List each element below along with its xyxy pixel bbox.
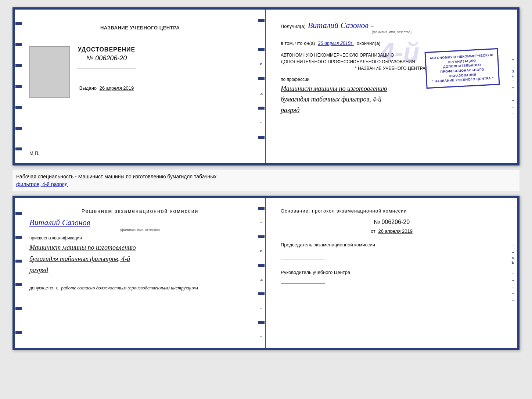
bottom-certificate: Решением экзаменационной комиссии Витали… bbox=[12, 196, 520, 350]
osnovanie-title: Основание: протокол экзаменационной коми… bbox=[281, 208, 503, 214]
vydano-label: Выдано bbox=[79, 85, 97, 91]
recipient-name-bottom: Виталий Сазонов bbox=[29, 218, 251, 227]
resheniem-title: Решением экзаменационной комиссии bbox=[29, 208, 251, 214]
vtom-date: 26 апреля 2019г. bbox=[318, 40, 353, 46]
stamp-box: АВТОНОМНУЮ НЕКОММЕРЧЕСКУЮ ОРГАНИЗАЦИЮ ДО… bbox=[425, 48, 500, 89]
top-cert-left-page: НАЗВАНИЕ УЧЕБНОГО ЦЕНТРА УДОСТОВЕРЕНИЕ №… bbox=[15, 10, 266, 163]
ot-label: от bbox=[371, 228, 375, 234]
rukovoditel-label: Руководитель учебного Центра bbox=[281, 269, 503, 276]
poluchil-label: Получил(а) bbox=[281, 24, 306, 29]
prisvoena-label: присвоена квалификация bbox=[29, 235, 251, 241]
left-decoration bbox=[15, 10, 23, 163]
profession-line3-top: разряд bbox=[281, 105, 503, 115]
top-certificate: НАЗВАНИЕ УЧЕБНОГО ЦЕНТРА УДОСТОВЕРЕНИЕ №… bbox=[12, 7, 520, 165]
bottom-cert-right-page: Основание: протокол экзаменационной коми… bbox=[266, 198, 517, 348]
rukovoditel-signature-line bbox=[281, 283, 325, 284]
right-side-decoration-left-page: – И ,а ← – bbox=[257, 10, 265, 163]
profession-line2-top: бумагидля табачных фильтров, 4-й bbox=[281, 94, 503, 105]
chairman-label: Председатель экзаменационной комиссии bbox=[281, 241, 503, 249]
qualification-line3: разряд bbox=[29, 264, 251, 276]
dopuskaetsya-label: допускается к bbox=[29, 285, 58, 291]
middle-label: Рабочая специальность - Машинист машины … bbox=[12, 170, 520, 191]
bottom-right-side-deco-left-page: – И ,а ← – bbox=[257, 198, 265, 348]
recipient-name-top: Виталий Сазонов bbox=[308, 21, 369, 30]
bottom-left-decoration bbox=[15, 198, 23, 348]
qualification-line1: Машинист машины по изготовлению bbox=[29, 242, 251, 253]
qualification-line2: бумагидля табачных фильтров, 4-й bbox=[29, 253, 251, 265]
vtom-label: в том, что он(а) bbox=[281, 40, 315, 46]
bottom-right-side-decoration: – – И ,а ← – – – – – bbox=[509, 198, 517, 348]
bottom-cert-left-page: Решением экзаменационной комиссии Витали… bbox=[15, 198, 266, 348]
certificate-number-left: № 006206-20 bbox=[86, 54, 127, 62]
protocol-number: № 006206-20 bbox=[281, 219, 503, 225]
ot-line: от 26 апреля 2019 bbox=[281, 228, 503, 234]
top-cert-right-page: Получил(а) Виталий Сазонов – (фамилия, и… bbox=[266, 10, 517, 163]
fio-sublabel-top: (фамилия, имя, отчество) bbox=[281, 30, 503, 34]
dopuskaetsya-value: работе согласно должностным (производств… bbox=[61, 285, 198, 291]
udostoverenie-title: УДОСТОВЕРЕНИЕ bbox=[78, 46, 135, 53]
photo-placeholder bbox=[29, 46, 70, 98]
center-title: НАЗВАНИЕ УЧЕБНОГО ЦЕНТРА bbox=[100, 24, 180, 32]
mp-label: М.П. bbox=[29, 150, 39, 156]
vydano-line: Выдано 26 апреля 2019 bbox=[79, 85, 134, 91]
chairman-signature-line bbox=[281, 260, 325, 260]
dopuskaetsya-line: допускается к работе согласно должностны… bbox=[29, 285, 251, 291]
middle-text-prefix: Рабочая специальность - Машинист машины … bbox=[16, 174, 216, 179]
fio-sublabel-bottom: (фамилия, имя, отчество) bbox=[29, 228, 251, 232]
middle-text-underlined: фильтров, 4-й разряд bbox=[16, 181, 68, 187]
vydano-date: 26 апреля 2019 bbox=[100, 85, 134, 91]
ot-date: 26 апреля 2019 bbox=[378, 228, 413, 234]
right-side-decoration-right-page: – – И ,а ← – – – – – bbox=[509, 10, 517, 163]
okonchil-label: окончил(а) bbox=[357, 40, 381, 46]
